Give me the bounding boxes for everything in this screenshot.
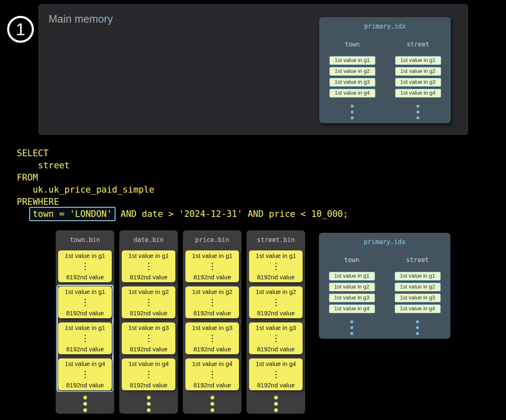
ellipsis-dot [350, 332, 353, 335]
granule-block: 1st value in g28192nd value [185, 286, 239, 318]
granule-first-value: 1st value in g1 [65, 288, 105, 295]
ellipsis-dot [212, 335, 213, 336]
sql-segment: street [17, 160, 69, 170]
prewhere-town-highlight-box: town = 'LONDON' [29, 207, 116, 221]
granule-last-value: 8192nd value [66, 309, 104, 317]
sql-segment: AND date > '2024-12-31' AND price < 10_0… [116, 209, 348, 219]
ellipsis-dot [148, 374, 149, 375]
ellipsis-dot [85, 338, 86, 339]
ellipsis-dot [416, 116, 419, 119]
ellipsis-dot [351, 111, 354, 113]
granule-first-value: 1st value in g1 [65, 324, 105, 331]
bin-file-title: town.bin [56, 230, 114, 244]
sql-line: street [17, 160, 348, 172]
granule-last-value: 8192nd value [257, 309, 295, 317]
ellipsis-dot [275, 266, 277, 267]
index-mark-entry: 1st value in g3 [395, 294, 441, 302]
granule-block: 1st value in g38192nd value [122, 322, 175, 354]
ellipsis-dot [275, 269, 277, 270]
ellipsis-dot [416, 105, 419, 108]
granule-last-value: 8192nd value [257, 273, 295, 281]
granule-block: 1st value in g38192nd value [185, 322, 239, 354]
ellipsis-dot [147, 408, 151, 412]
index-mark-entry: 1st value in g3 [329, 294, 375, 302]
ellipsis-dot [148, 299, 149, 300]
index-column-header: street [406, 41, 429, 48]
ellipsis-dot [211, 408, 214, 412]
granule-ellipsis-dots [85, 371, 86, 378]
granule-block: 1st value in g48192nd value [58, 358, 112, 390]
selected-granules-highlight: 1st value in g18192nd value1st value in … [57, 285, 113, 392]
ellipsis-dot [212, 341, 213, 342]
ellipsis-dot [85, 269, 86, 270]
index-mark-entry: 1st value in g1 [329, 56, 375, 65]
granule-last-value: 8192nd value [130, 273, 167, 281]
ellipsis-dot [275, 341, 277, 342]
granule-last-value: 8192nd value [66, 345, 104, 353]
granule-block: 1st value in g48192nd value [122, 358, 175, 390]
primary-index-title: primary.idx [319, 238, 450, 246]
primary-index-column-town: town1st value in g11st value in g21st va… [319, 256, 385, 335]
ellipsis-dot [212, 371, 213, 372]
ellipsis-dot [148, 269, 149, 270]
index-column-header: town [344, 256, 359, 264]
ellipsis-dot [85, 299, 86, 300]
ellipsis-dot [148, 302, 149, 303]
ellipsis-dot [85, 341, 86, 342]
primary-index-panel-memory: primary.idxtown1st value in g11st value … [319, 17, 451, 123]
granule-ellipsis-dots [212, 263, 213, 270]
index-ellipsis-dots [416, 105, 419, 119]
ellipsis-dot [351, 116, 354, 119]
ellipsis-dot [211, 402, 214, 406]
ellipsis-dot [274, 402, 278, 406]
granule-first-value: 1st value in g4 [192, 360, 233, 367]
index-ellipsis-dots [351, 105, 354, 119]
granule-block: 1st value in g18192nd value [58, 322, 112, 354]
primary-index-column-street: street1st value in g11st value in g21st … [385, 256, 450, 335]
granule-ellipsis-dots [85, 263, 86, 270]
ellipsis-dot [148, 341, 149, 342]
ellipsis-dot [85, 371, 86, 372]
sql-segment: FROM [17, 173, 38, 183]
bin-file-panel-town-bin: town.bin1st value in g18192nd value1st v… [56, 230, 114, 414]
granule-first-value: 1st value in g1 [128, 252, 169, 259]
ellipsis-dot [85, 377, 86, 378]
granule-blocks: 1st value in g18192nd value1st value in … [247, 250, 305, 390]
ellipsis-dot [147, 396, 151, 399]
granule-ellipsis-dots [212, 299, 213, 306]
index-mark-entry: 1st value in g1 [395, 56, 441, 65]
ellipsis-dot [212, 374, 213, 375]
granule-last-value: 8192nd value [193, 309, 231, 317]
granule-last-value: 8192nd value [66, 381, 104, 389]
ellipsis-dot [212, 269, 213, 270]
granule-ellipsis-dots [148, 263, 149, 270]
granule-ellipsis-dots [275, 299, 277, 306]
granule-last-value: 8192nd value [193, 345, 231, 353]
sql-line: FROM [17, 172, 348, 184]
granule-ellipsis-dots [85, 299, 86, 306]
granule-block: 1st value in g18192nd value [249, 250, 303, 282]
index-mark-entry: 1st value in g3 [329, 78, 375, 87]
index-mark-entry: 1st value in g2 [329, 283, 375, 291]
index-mark-entry: 1st value in g1 [395, 272, 441, 281]
ellipsis-dot [85, 302, 86, 303]
ellipsis-dot [275, 302, 277, 303]
ellipsis-dot [148, 338, 149, 339]
granule-first-value: 1st value in g2 [256, 288, 296, 295]
granule-last-value: 8192nd value [257, 345, 295, 353]
primary-index-panel-disk: primary.idxtown1st value in g11st value … [319, 233, 450, 339]
ellipsis-dot [85, 374, 86, 375]
granule-last-value: 8192nd value [130, 309, 167, 317]
bin-file-panel-street-bin: street.bin1st value in g18192nd value1st… [247, 230, 305, 414]
primary-index-column-street: street1st value in g11st value in g21st … [385, 41, 451, 119]
granule-ellipsis-dots [212, 371, 213, 378]
index-mark-entry: 1st value in g2 [395, 283, 441, 291]
ellipsis-dot [212, 377, 213, 378]
index-mark-entry: 1st value in g2 [395, 67, 441, 76]
ellipsis-dot [416, 320, 419, 323]
main-memory-panel: Main memory primary.idxtown1st value in … [39, 4, 468, 135]
ellipsis-dot [212, 302, 213, 303]
ellipsis-dot [212, 266, 213, 267]
ellipsis-dot [148, 371, 149, 372]
ellipsis-dot [85, 266, 86, 267]
